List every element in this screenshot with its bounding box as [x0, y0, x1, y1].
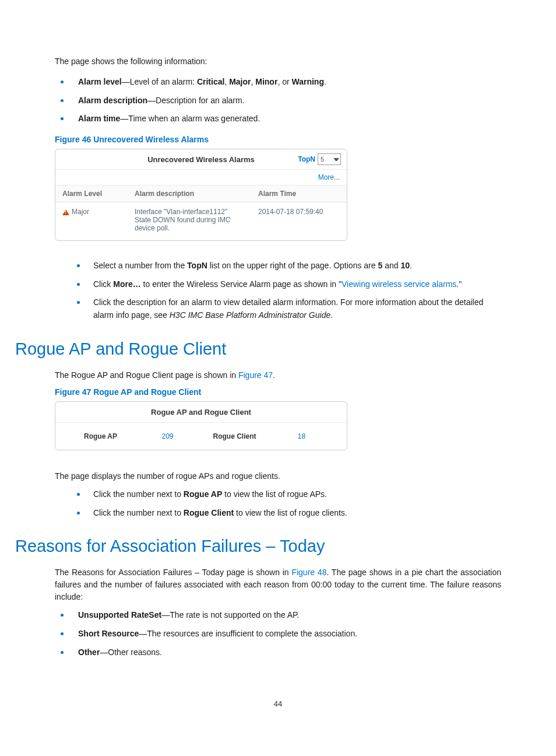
rogue-intro: The Rogue AP and Rogue Client page is sh… [55, 369, 501, 382]
list-item: Alarm time—Time when an alarm was genera… [55, 113, 501, 125]
list-item: Alarm description—Description for an ala… [55, 94, 501, 107]
text: The Reasons for Association Failures – T… [55, 568, 291, 577]
chevron-down-icon [333, 156, 339, 162]
text: —Level of an alarm: [122, 77, 197, 86]
list-item: Select a number from the TopN list on th… [55, 260, 501, 272]
term: Rogue AP [184, 489, 222, 499]
alarm-level-value: Major [72, 208, 89, 216]
topn-value: 5 [321, 156, 324, 163]
list-item: Other—Other reasons. [55, 646, 501, 659]
rogue-actions-list: Click the number next to Rogue AP to vie… [55, 488, 501, 519]
term: More… [113, 279, 140, 289]
list-item: Click the number next to Rogue AP to vie… [55, 488, 501, 501]
text: Click the number next to [93, 489, 184, 499]
text: . [273, 370, 275, 380]
topn-label: TopN [298, 155, 315, 163]
text: , [224, 77, 229, 86]
text: —The resources are insufficient to compl… [139, 629, 357, 638]
alarm-description-link[interactable]: Interface "Vlan-interface1112" State DOW… [135, 208, 231, 232]
figure-48-link[interactable]: Figure 48 [291, 568, 326, 577]
list-item: Click the number next to Rogue Client to… [55, 507, 501, 520]
list-item: Unsupported RateSet—The rate is not supp… [55, 609, 501, 622]
term: Warning [292, 77, 324, 86]
term: Minor [255, 77, 277, 86]
panel-title: Unrecovered Wireless Alarms [147, 155, 255, 164]
text: —Other reasons. [100, 648, 162, 657]
text: list on the upper right of the page. Opt… [207, 261, 378, 270]
heading-rogue: Rogue AP and Rogue Client [15, 340, 501, 359]
page-number: 44 [55, 699, 501, 708]
table-row: Major Interface "Vlan-interface1112" Sta… [55, 202, 347, 241]
failure-reasons-list: Unsupported RateSet—The rate is not supp… [55, 609, 501, 659]
text: to view the list of rogue APs. [222, 489, 327, 499]
actions-list: Select a number from the TopN list on th… [55, 260, 501, 322]
text: Click the number next to [93, 508, 184, 517]
reasons-intro: The Reasons for Association Failures – T… [55, 566, 501, 603]
col-alarm-level: Alarm Level [55, 186, 128, 202]
col-alarm-description: Alarm description [128, 186, 251, 202]
text: Click [93, 279, 113, 289]
heading-reasons: Reasons for Association Failures – Today [15, 537, 501, 556]
text: Select a number from the [93, 261, 187, 270]
figure-47-caption: Figure 47 Rogue AP and Rogue Client [55, 387, 501, 397]
panel-titlebar: Unrecovered Wireless Alarms TopN 5 [55, 149, 347, 170]
alarm-info-list: Alarm level—Level of an alarm: Critical,… [55, 76, 501, 125]
figure-46-caption: Figure 46 Unrecovered Wireless Alarms [55, 135, 501, 144]
text: to enter the Wireless Service Alarm page… [141, 279, 342, 289]
list-item: Short Resource—The resources are insuffi… [55, 628, 501, 640]
term: Critical [197, 77, 224, 86]
figure-47-link[interactable]: Figure 47 [238, 370, 273, 380]
text: . [410, 261, 412, 270]
warning-icon [62, 209, 69, 215]
term: Other [78, 648, 100, 657]
topn-select[interactable]: 5 [318, 153, 341, 165]
term: Alarm level [78, 77, 122, 86]
viewing-alarms-link[interactable]: Viewing wireless service alarms [342, 279, 456, 289]
list-item: Alarm level—Level of an alarm: Critical,… [55, 76, 501, 89]
term: TopN [187, 261, 207, 270]
term: Unsupported RateSet [78, 610, 161, 620]
list-item: Click the description for an alarm to vi… [55, 296, 501, 321]
term: Alarm description [78, 96, 147, 105]
guide-title: H3C IMC Base Platform Administrator Guid… [170, 310, 330, 320]
more-link[interactable]: More... [318, 173, 340, 181]
text: to view the list of rogue clients. [234, 508, 347, 517]
text: —Time when an alarm was generated. [120, 114, 260, 123]
col-alarm-time: Alarm Time [251, 186, 347, 202]
text: The Rogue AP and Rogue Client page is sh… [55, 370, 238, 380]
alarm-time-value: 2014-07-18 07:59:40 [258, 208, 323, 216]
rogue-ap-count[interactable]: 209 [134, 432, 201, 440]
term: Major [229, 77, 251, 86]
text: and [382, 261, 400, 270]
rogue-client-count[interactable]: 18 [268, 432, 335, 440]
intro-text: The page shows the following information… [55, 55, 501, 68]
text: ." [456, 279, 462, 289]
topn-control: TopN 5 [298, 153, 341, 165]
list-item: Click More… to enter the Wireless Servic… [55, 278, 501, 291]
text: . [330, 310, 333, 320]
term: Short Resource [78, 629, 139, 638]
figure-47-panel: Rogue AP and Rogue Client Rogue AP 209 R… [55, 401, 347, 450]
term: Alarm time [78, 114, 120, 123]
panel-title: Rogue AP and Rogue Client [55, 402, 347, 423]
figure-46-panel: Unrecovered Wireless Alarms TopN 5 More.… [55, 149, 347, 241]
rogue-description: The page displays the number of rogue AP… [55, 470, 501, 482]
text: , or [277, 77, 291, 86]
text: . [324, 77, 326, 86]
term: 10 [400, 261, 410, 270]
text: —The rate is not supported on the AP. [161, 610, 299, 620]
text: —Description for an alarm. [147, 96, 245, 105]
rogue-client-label: Rogue Client [201, 432, 268, 440]
rogue-ap-label: Rogue AP [67, 432, 134, 440]
alarms-table: Alarm Level Alarm description Alarm Time… [55, 185, 347, 240]
term: Rogue Client [184, 508, 234, 517]
